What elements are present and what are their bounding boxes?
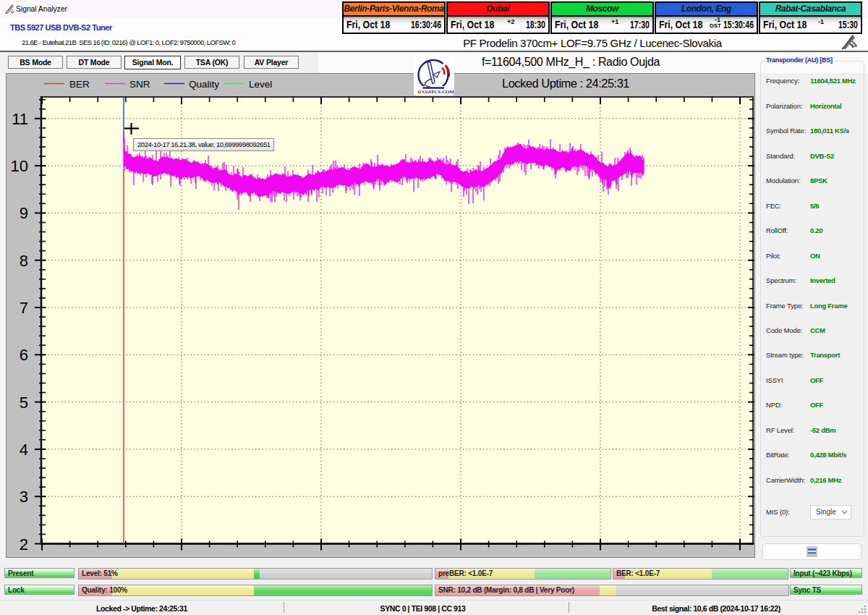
svg-text:4: 4 xyxy=(20,441,28,459)
svg-text:Level: Level xyxy=(249,79,272,90)
svg-text:BER: BER xyxy=(69,79,90,90)
svg-text:8: 8 xyxy=(20,252,28,270)
svg-text:10: 10 xyxy=(11,157,28,175)
svg-text:2: 2 xyxy=(20,535,28,554)
svg-text:11: 11 xyxy=(12,110,28,128)
svg-text:Quality: Quality xyxy=(189,79,219,90)
svg-text:9: 9 xyxy=(20,204,28,222)
svg-text:SNR: SNR xyxy=(129,79,150,90)
svg-text:6: 6 xyxy=(20,346,28,364)
svg-text:5: 5 xyxy=(20,394,28,412)
svg-text:DXSATCS.COM: DXSATCS.COM xyxy=(418,89,455,94)
svg-text:3: 3 xyxy=(20,488,28,506)
svg-text:Locked Uptime : 24:25:31: Locked Uptime : 24:25:31 xyxy=(502,77,629,90)
svg-text:7: 7 xyxy=(20,299,28,317)
